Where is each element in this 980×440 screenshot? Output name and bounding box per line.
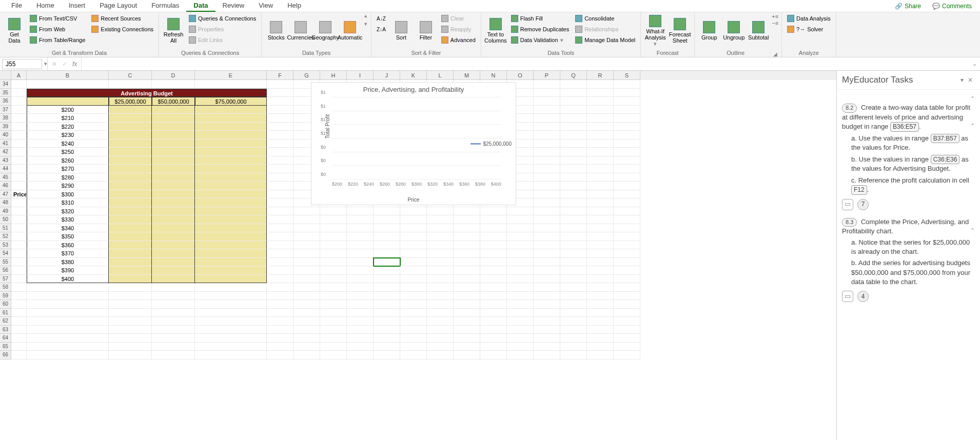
- cell-P57[interactable]: [534, 275, 560, 284]
- cell-F43[interactable]: [267, 156, 293, 165]
- cell-C61[interactable]: [109, 309, 152, 317]
- cell-L49[interactable]: [427, 207, 454, 216]
- cell-J64[interactable]: [374, 334, 400, 343]
- cell-P54[interactable]: [534, 249, 560, 258]
- cell-B43[interactable]: $260: [27, 156, 109, 165]
- cell-P44[interactable]: [534, 165, 560, 173]
- cell-S37[interactable]: [614, 106, 640, 114]
- cell-J61[interactable]: [374, 309, 400, 317]
- cell-B42[interactable]: $250: [27, 148, 109, 156]
- cell-H54[interactable]: [320, 249, 347, 258]
- col-header-N[interactable]: N: [480, 71, 507, 80]
- cell-B60[interactable]: [27, 300, 109, 309]
- col-header-L[interactable]: L: [427, 71, 454, 80]
- cell-B65[interactable]: [27, 343, 109, 351]
- cell-G64[interactable]: [293, 334, 320, 343]
- cell-F40[interactable]: [267, 131, 293, 139]
- col-header-G[interactable]: G: [293, 71, 320, 80]
- data-validation[interactable]: Data Validation▾: [509, 35, 571, 45]
- cell-F36[interactable]: [267, 97, 293, 106]
- cell-B61[interactable]: [27, 309, 109, 317]
- cell-J59[interactable]: [374, 292, 400, 301]
- cell-Q35[interactable]: [560, 89, 587, 97]
- cell-F54[interactable]: [267, 249, 293, 258]
- cell-A50[interactable]: [11, 215, 27, 224]
- col-header-B[interactable]: B: [27, 71, 109, 80]
- cell-B63[interactable]: [27, 326, 109, 334]
- cell-K62[interactable]: [400, 317, 427, 326]
- cell-D47[interactable]: [152, 190, 195, 199]
- row-header[interactable]: 50: [0, 215, 11, 224]
- cell-B38[interactable]: $210: [27, 114, 109, 123]
- cell-O52[interactable]: [507, 232, 534, 241]
- cell-N59[interactable]: [480, 292, 507, 301]
- cell-E63[interactable]: [195, 326, 267, 334]
- cell-K59[interactable]: [400, 292, 427, 301]
- cell-S58[interactable]: [614, 283, 640, 292]
- cell-M51[interactable]: [454, 224, 480, 233]
- cell-E38[interactable]: [195, 114, 267, 123]
- cell-Q44[interactable]: [560, 165, 587, 173]
- cell-C59[interactable]: [109, 292, 152, 301]
- cell-A35[interactable]: [11, 89, 27, 97]
- cell-J65[interactable]: [374, 343, 400, 351]
- cell-B56[interactable]: $390: [27, 266, 109, 275]
- task-pane-close-icon[interactable]: ✕: [966, 76, 975, 84]
- cell-J57[interactable]: [374, 275, 400, 284]
- cell-Q38[interactable]: [560, 114, 587, 123]
- col-header-O[interactable]: O: [507, 71, 534, 80]
- cell-G59[interactable]: [293, 292, 320, 301]
- cell-S45[interactable]: [614, 173, 640, 182]
- cell-P52[interactable]: [534, 232, 560, 241]
- cell-Q34[interactable]: [560, 80, 587, 89]
- cell-C64[interactable]: [109, 334, 152, 343]
- collapse-icon[interactable]: ⌃: [970, 122, 975, 130]
- cell-O54[interactable]: [507, 249, 534, 258]
- cell-D43[interactable]: [152, 156, 195, 165]
- cell-D53[interactable]: [152, 241, 195, 250]
- cell-P59[interactable]: [534, 292, 560, 301]
- cell-M61[interactable]: [454, 309, 480, 317]
- cell-L53[interactable]: [427, 241, 454, 250]
- cell-Q46[interactable]: [560, 182, 587, 190]
- cell-M60[interactable]: [454, 300, 480, 309]
- row-header[interactable]: 48: [0, 198, 11, 207]
- cell-Q66[interactable]: [560, 351, 587, 359]
- cell-B55[interactable]: $380: [27, 258, 109, 267]
- cell-D56[interactable]: [152, 266, 195, 275]
- cell-I52[interactable]: [347, 232, 374, 241]
- geography[interactable]: Geography: [314, 13, 337, 48]
- cell-Q62[interactable]: [560, 317, 587, 326]
- existing-connections[interactable]: Existing Connections: [89, 24, 155, 34]
- cell-A49[interactable]: [11, 207, 27, 216]
- cell-C54[interactable]: [109, 249, 152, 258]
- cell-C37[interactable]: [109, 106, 152, 114]
- cell-A60[interactable]: [11, 300, 27, 309]
- cell-R48[interactable]: [587, 198, 614, 207]
- cell-S63[interactable]: [614, 326, 640, 334]
- cell-F45[interactable]: [267, 173, 293, 182]
- cell-P34[interactable]: [534, 80, 560, 89]
- cell-S46[interactable]: [614, 182, 640, 190]
- dialog-launcher-icon[interactable]: ◢: [773, 51, 777, 57]
- cell-E52[interactable]: [195, 232, 267, 241]
- cell-J52[interactable]: [374, 232, 400, 241]
- hide-detail-icon[interactable]: −≡: [772, 20, 778, 26]
- cell-R65[interactable]: [587, 343, 614, 351]
- cell-L54[interactable]: [427, 249, 454, 258]
- cell-D50[interactable]: [152, 215, 195, 224]
- cell-N61[interactable]: [480, 309, 507, 317]
- cell-P55[interactable]: [534, 258, 560, 267]
- cell-H66[interactable]: [320, 351, 347, 359]
- cell-I55[interactable]: [347, 258, 374, 267]
- cell-C60[interactable]: [109, 300, 152, 309]
- cell-Q64[interactable]: [560, 334, 587, 343]
- cell-N56[interactable]: [480, 266, 507, 275]
- cell-E53[interactable]: [195, 241, 267, 250]
- cell-R37[interactable]: [587, 106, 614, 114]
- row-header[interactable]: 66: [0, 351, 11, 359]
- cell-C34[interactable]: [109, 80, 152, 89]
- automatic[interactable]: Automatic: [339, 13, 361, 48]
- collapse-icon[interactable]: ⌃: [970, 227, 975, 234]
- cell-S55[interactable]: [614, 258, 640, 267]
